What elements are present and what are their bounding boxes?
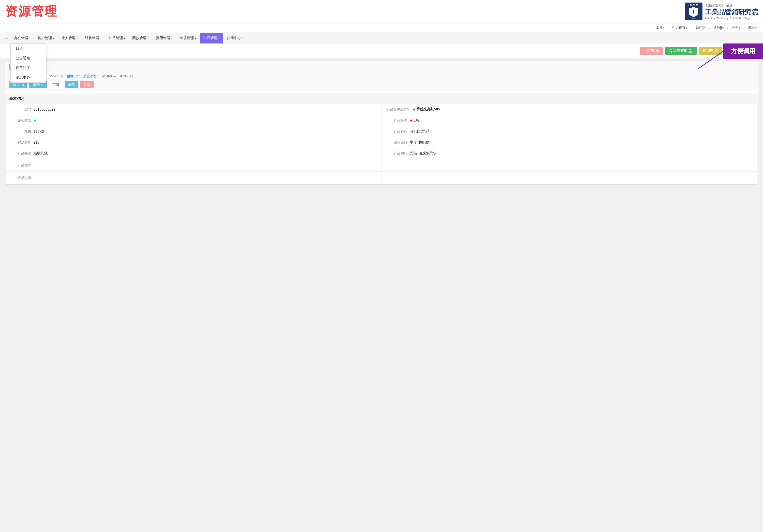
customers-label: 客户管理 bbox=[38, 36, 52, 41]
nav-expenses[interactable]: 费用管理 ▾ bbox=[152, 33, 176, 44]
export-button[interactable]: 导出 bbox=[49, 81, 63, 88]
fabric-value: 牛仔; 棉织物; bbox=[410, 140, 431, 145]
product-name-value: 手感光亮剂505 bbox=[416, 107, 440, 112]
active-check: ✔ bbox=[34, 118, 37, 123]
basic-info-section: 基本信息 编码 20160603029 产品名称及型号 ★ 手感光亮剂505 是… bbox=[5, 94, 758, 184]
page-title: 资源管理 bbox=[5, 3, 58, 20]
logo-area: IMSC i 1999 工業品營銷第一品牌 工業品營銷研究院 Industry … bbox=[685, 3, 758, 20]
nav-tools[interactable]: 工具 ▾ bbox=[654, 25, 666, 31]
nav-divider: | bbox=[651, 26, 652, 30]
code-value: 20160603029 bbox=[34, 107, 55, 111]
product-name-label: 产品名称及型号 bbox=[387, 107, 410, 112]
remind-arrow: ▾ bbox=[704, 27, 706, 29]
settings-arrow: ▾ bbox=[686, 27, 687, 29]
required-star-1: ★ bbox=[412, 107, 416, 111]
nav-remind[interactable]: 提醒[] ▾ bbox=[694, 25, 707, 31]
active-label: 是否有效 bbox=[11, 118, 31, 123]
logout-label: 退出 bbox=[748, 26, 755, 30]
main-brand: 工業品營銷研究院 bbox=[705, 8, 758, 17]
nav-about[interactable]: 关于 ▾ bbox=[730, 25, 742, 31]
office-mgmt-wrapper: 办公管理 ▾ 日历 公告通知 规章制度 消息中心 bbox=[10, 33, 34, 44]
section-header: 基本信息 bbox=[5, 94, 758, 104]
office-label: 办公管理 bbox=[14, 36, 28, 41]
office-arrow: ▾ bbox=[29, 37, 31, 40]
spec-value: 125KG bbox=[34, 130, 45, 134]
field-image-right bbox=[382, 159, 758, 172]
en-brand: Industry Marketing Research College bbox=[705, 17, 758, 20]
sub-brand: 工業品營銷第一品牌 bbox=[705, 3, 758, 8]
comms-arrow: ▾ bbox=[722, 27, 723, 29]
nav-settings[interactable]: 个人设置 ▾ bbox=[671, 25, 689, 31]
field-description-right bbox=[382, 172, 758, 184]
market-label: 市场管理 bbox=[179, 36, 194, 41]
nav-resources[interactable]: 资源管理 ▾ bbox=[200, 33, 223, 44]
business-label: 业务管理 bbox=[61, 36, 75, 41]
spec-label: 规格 bbox=[11, 129, 31, 134]
advanced-query-button[interactable]: Q 高级查询(Q) bbox=[665, 47, 697, 55]
form-grid: 编码 20160603029 产品名称及型号 ★ 手感光亮剂505 是否有效 ✔… bbox=[5, 104, 758, 184]
deactivate-button[interactable]: 失效 bbox=[80, 81, 94, 88]
field-image: 产品图片 bbox=[6, 159, 382, 172]
shield-icon: i bbox=[689, 7, 698, 17]
function-label: 产品功能 bbox=[387, 151, 407, 156]
remind-label: 提醒[] bbox=[695, 26, 704, 30]
nav-office[interactable]: 办公管理 ▾ bbox=[10, 33, 34, 44]
field-features: 产品特点 有机硅柔软剂 bbox=[382, 126, 758, 137]
tools-label: 工具 bbox=[656, 26, 663, 30]
logo-badge: IMSC i 1999 bbox=[685, 3, 703, 20]
comms-label: 通信[] bbox=[713, 26, 722, 30]
category-label: 产品分类 bbox=[387, 118, 407, 123]
field-description: 产品说明 bbox=[6, 172, 382, 184]
nav-orders[interactable]: 订单管理 ▾ bbox=[105, 33, 129, 44]
dropdown-rules[interactable]: 规章制度 bbox=[11, 63, 46, 73]
nav-business[interactable]: 业务管理 ▾ bbox=[58, 33, 81, 44]
field-active: 是否有效 ✔ bbox=[6, 115, 382, 126]
logout-arrow: ▾ bbox=[755, 27, 756, 29]
dropdown-announcement[interactable]: 公告通知 bbox=[11, 53, 46, 63]
nav-decision[interactable]: 决策中心 ▾ bbox=[223, 33, 247, 44]
content-area: 返回 🔖 新建: 张洁 [2016-06-15 15:40:52] 编辑: 李*… bbox=[5, 60, 758, 185]
description-label: 产品说明 bbox=[11, 176, 31, 180]
page-header: 资源管理 IMSC i 1999 工業品營銷第一品牌 工業品營銷研究院 Indu… bbox=[0, 0, 763, 23]
new-button[interactable]: + 新建(N) bbox=[640, 47, 663, 55]
resources-label: 资源管理 bbox=[203, 36, 217, 41]
nav-market[interactable]: 市场管理 ▾ bbox=[176, 33, 200, 44]
decision-label: 决策中心 bbox=[227, 36, 241, 41]
dropdown-messages[interactable]: 消息中心 bbox=[11, 73, 46, 82]
sales-label: 销售管理 bbox=[85, 36, 99, 41]
main-nav-wrapper: ≡ 办公管理 ▾ 日历 公告通知 规章制度 消息中心 客户管理 ▾ 业务管理 ▾… bbox=[0, 32, 763, 44]
action-bar: 返回 🔖 新建: 张洁 [2016-06-15 15:40:52] 编辑: 李*… bbox=[5, 61, 758, 91]
settings-label: 个人设置 bbox=[672, 26, 686, 30]
nav-comms[interactable]: 通信[] ▾ bbox=[712, 25, 725, 31]
appearance-label: 产品外观 bbox=[11, 151, 31, 156]
min-price-label: 保底卖价 bbox=[11, 140, 31, 145]
list-view-button[interactable]: 视列表(Y) bbox=[699, 47, 722, 55]
nav-logout[interactable]: 退出 ▾ bbox=[746, 25, 758, 31]
toolbar-wrapper: + 新建(N) Q 高级查询(Q) 视列表(Y) ◯ 刷新列表(W) 方便调用 bbox=[0, 44, 763, 58]
field-function: 产品功能 光亮; 油感型柔软 bbox=[382, 148, 758, 159]
category-value: 5系 bbox=[413, 118, 419, 123]
nav-customers[interactable]: 客户管理 ▾ bbox=[34, 33, 58, 44]
features-value: 有机硅柔软剂 bbox=[410, 129, 431, 134]
field-fabric: 适用面料 牛仔; 棉织物; bbox=[382, 137, 758, 148]
imsc-text: IMSC bbox=[689, 3, 699, 7]
field-appearance: 产品外观 透明乳液 bbox=[6, 148, 382, 159]
appearance-value: 透明乳液 bbox=[34, 151, 48, 156]
fabric-label: 适用面料 bbox=[387, 140, 407, 145]
nav-sales[interactable]: 销售管理 ▾ bbox=[81, 33, 105, 44]
logo-text-area: 工業品營銷第一品牌 工業品營銷研究院 Industry Marketing Re… bbox=[705, 3, 758, 20]
activate-button[interactable]: 生效 bbox=[64, 81, 78, 88]
image-label: 产品图片 bbox=[11, 163, 31, 167]
field-product-name: 产品名称及型号 ★ 手感光亮剂505 bbox=[382, 104, 758, 115]
required-star-2: ★ bbox=[410, 119, 413, 123]
field-spec: 规格 125KG bbox=[6, 126, 382, 137]
year-text: 1999 bbox=[691, 17, 696, 20]
nav-refunds[interactable]: 回款管理 ▾ bbox=[129, 33, 152, 44]
field-category: 产品分类 ★ 5系 bbox=[382, 115, 758, 126]
refresh-button[interactable]: ◯ 刷新列表(W) bbox=[724, 47, 758, 55]
hamburger-icon[interactable]: ≡ bbox=[3, 32, 10, 44]
code-label: 编码 bbox=[11, 107, 31, 112]
dropdown-calendar[interactable]: 日历 bbox=[11, 44, 46, 53]
features-label: 产品特点 bbox=[387, 129, 407, 134]
edit-date: [2016-06-20 16:05:58] bbox=[100, 74, 133, 78]
